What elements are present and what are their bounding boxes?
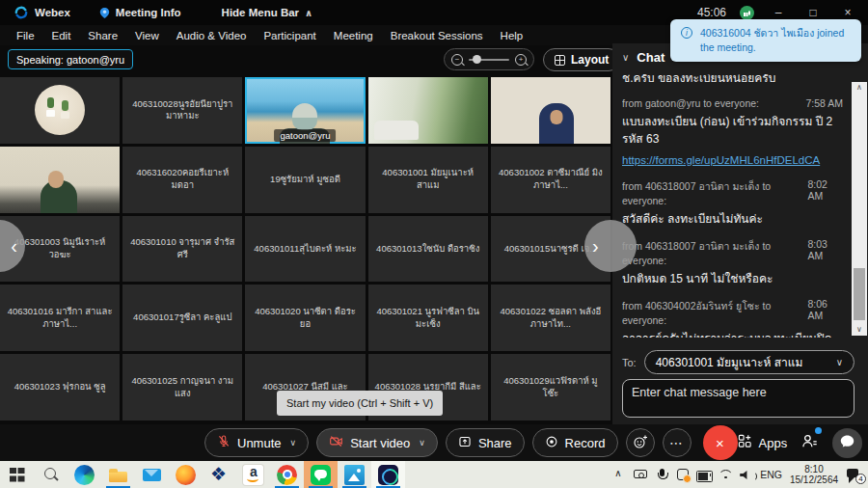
join-notification-toast[interactable]: i 406316004 ชัดวา ไพเมือง joined the mee… — [670, 19, 861, 62]
taskbar-file-explorer-button[interactable] — [101, 461, 135, 488]
app-alert-icon[interactable] — [675, 467, 691, 482]
chevron-down-icon[interactable]: ∨ — [419, 438, 425, 447]
chat-message: from gatoon@yru to everyone:7:58 AMแบบลง… — [622, 97, 847, 168]
participant-tile[interactable]: 19ซูรัยมาห์ มูซอดี — [245, 147, 365, 213]
participant-tile[interactable] — [491, 77, 610, 144]
record-button[interactable]: Record — [532, 428, 618, 457]
zoom-slider-knob[interactable] — [473, 55, 481, 64]
chat-message-input[interactable] — [622, 379, 854, 418]
chat-scrollbar[interactable]: ∧ ∨ — [852, 82, 867, 336]
scroll-up-icon[interactable]: ∧ — [852, 82, 867, 94]
unmute-button[interactable]: Unmute ∨ — [204, 428, 309, 457]
maximize-button[interactable]: □ — [802, 6, 824, 19]
participant-tile[interactable]: 406301002 ตาซีมาณีย์ มิง ภาษาไ... — [491, 147, 610, 213]
tray-chevron-icon[interactable] — [611, 467, 627, 482]
menu-share[interactable]: Share — [79, 30, 126, 41]
grid-next-page-button[interactable]: › — [584, 220, 637, 272]
webex-icon — [378, 465, 398, 485]
menu-file[interactable]: File — [8, 30, 43, 41]
scrollbar-thumb[interactable] — [854, 268, 865, 320]
participant-tile[interactable]: 406301022 ซอลดา พลังอี ภาษาไท... — [491, 285, 610, 351]
webex-meeting-window: Webex Meeting Info Hide Menu Bar ∧ 45:06… — [0, 0, 868, 488]
participant-tile[interactable]: 406310028นูรอัยนียาปูรา มาหามะ — [122, 77, 242, 144]
volume-icon[interactable] — [739, 467, 754, 482]
taskbar-start-button[interactable] — [0, 461, 34, 488]
taskbar-time: 8:10 — [804, 464, 823, 474]
system-tray: ENG 8:10 15/12/2564 4 — [611, 461, 868, 488]
meeting-info-button[interactable]: Meeting Info — [99, 7, 181, 19]
leave-meeting-button[interactable]: × — [703, 425, 738, 460]
participant-tile[interactable]: 406316020คอยรีเยาะห์ มดอา — [122, 147, 242, 213]
message-sender: from 406318007 อานิตา มะเด็ง to everyone… — [622, 238, 808, 266]
chevron-down-icon[interactable]: ∨ — [290, 438, 297, 447]
reactions-button[interactable] — [626, 428, 655, 457]
participant-tile[interactable]: 406301017รูซีลา คะลูแป — [122, 285, 242, 351]
participant-name: gatoon@yru — [275, 129, 337, 142]
chat-toggle-button[interactable] — [832, 428, 862, 458]
message-time: 7:58 AM — [805, 97, 843, 109]
start-video-button[interactable]: Start video ∨ — [316, 428, 438, 457]
battery-icon[interactable] — [696, 467, 712, 482]
language-indicator[interactable]: ENG — [760, 469, 782, 480]
taskbar-line-button[interactable] — [304, 461, 338, 488]
taskbar-clock[interactable]: 8:10 15/12/2564 — [788, 464, 840, 486]
menu-edit[interactable]: Edit — [43, 30, 80, 41]
minimize-button[interactable]: – — [768, 6, 789, 19]
scroll-down-icon[interactable]: ∨ — [852, 324, 867, 336]
message-link[interactable]: https://forms.gle/upUzMHL6nHfDELdCA — [622, 154, 820, 166]
participant-tile[interactable] — [0, 147, 120, 213]
hide-menu-bar-button[interactable]: Hide Menu Bar ∧ — [222, 7, 313, 18]
connection-quality-icon[interactable] — [740, 6, 754, 20]
taskbar-dropbox-button[interactable] — [203, 461, 236, 488]
menu-help[interactable]: Help — [492, 30, 532, 41]
notification-center-icon[interactable]: 4 — [846, 467, 863, 482]
menu-participant[interactable]: Participant — [255, 30, 324, 41]
menu-view[interactable]: View — [126, 30, 168, 41]
meet-now-icon[interactable] — [633, 467, 648, 482]
taskbar-amazon-button[interactable] — [236, 461, 270, 488]
participant-tile[interactable]: 406301025 กาญจนา งามแสง — [122, 354, 242, 420]
zoom-in-icon[interactable]: + — [515, 54, 527, 66]
participant-tile[interactable]: 406301013ใซนับ ดือราซิง — [368, 216, 488, 283]
participant-tile[interactable]: 406301010 จารุมาศ จำรัสศรี — [122, 216, 242, 283]
taskbar-webex-button[interactable] — [371, 461, 405, 488]
notification-badge: 4 — [855, 474, 866, 484]
participant-tile[interactable]: 406301023 ฟุรกอน ซูลู — [0, 354, 120, 420]
layout-button[interactable]: Layout — [543, 48, 620, 71]
participant-tile[interactable]: 406301001 มัยมูเนาะห์ สาแม — [368, 147, 488, 213]
participants-button[interactable] — [801, 433, 818, 453]
participant-tile[interactable]: 406301016 มารีกา สาและ ภาษาไ... — [0, 285, 120, 351]
participant-tile[interactable] — [368, 77, 488, 144]
wifi-icon[interactable] — [718, 467, 733, 482]
more-options-button[interactable]: ⋯ — [663, 428, 692, 457]
taskbar-photos-button[interactable] — [338, 461, 371, 488]
line-icon — [311, 465, 331, 485]
participant-tile[interactable]: 406301020 นาซีตา ดือระยอ — [245, 285, 365, 351]
apps-button[interactable]: Apps — [738, 434, 788, 451]
zoom-slider[interactable] — [469, 59, 509, 61]
hide-menu-bar-label: Hide Menu Bar — [222, 7, 300, 18]
taskbar-chrome-button[interactable] — [270, 461, 304, 488]
recipient-dropdown[interactable]: 406301001 มัยมูเนาะห์ สาแม ∨ — [644, 350, 854, 374]
share-button[interactable]: Share — [446, 428, 525, 457]
chevron-down-icon[interactable]: ∨ — [622, 52, 629, 63]
dropbox-icon — [209, 465, 230, 485]
participant-tile[interactable] — [0, 77, 120, 144]
participant-tile[interactable]: gatoon@yru — [245, 77, 365, 144]
menu-audio-video[interactable]: Audio & Video — [168, 30, 256, 41]
taskbar-edge-button[interactable] — [68, 461, 101, 488]
participant-name: 406301029แวฟิรดาห์ มูโซ๊ะ — [491, 375, 610, 400]
zoom-out-icon[interactable]: − — [451, 54, 463, 66]
participant-name: 406316020คอยรีเยาะห์ มดอา — [122, 167, 242, 192]
close-button[interactable]: × — [837, 6, 858, 19]
menu-meeting[interactable]: Meeting — [325, 30, 382, 41]
participant-tile[interactable]: 406301029แวฟิรดาห์ มูโซ๊ะ — [491, 354, 610, 420]
taskbar-mail-button[interactable] — [135, 461, 169, 488]
participant-name: 406301011สุไบดะห์ หะมะ — [248, 243, 362, 256]
participant-tile[interactable]: 406301011สุไบดะห์ หะมะ — [245, 216, 365, 283]
participant-tile[interactable]: 406301021 นูรฟาซีลา บินมะเซ็ง — [368, 285, 488, 351]
taskbar-firefox-button[interactable] — [169, 461, 203, 488]
taskbar-search-button[interactable] — [34, 461, 68, 488]
mic-icon[interactable] — [654, 467, 669, 482]
menu-breakout-sessions[interactable]: Breakout Sessions — [382, 30, 492, 41]
